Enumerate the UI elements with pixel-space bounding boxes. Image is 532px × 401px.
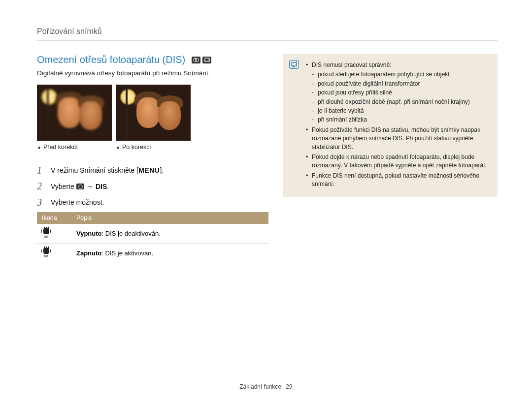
cell-icon: DIS [37, 243, 71, 263]
note-list: DIS nemusí pracovat správně: pokud sledu… [306, 61, 490, 188]
step-text: Vyberte → DIS. [51, 180, 109, 192]
note-sub-item: pokud používáte digitální transformátor [312, 80, 490, 88]
step-1-pre: V režimu Snímání stiskněte [ [51, 166, 138, 174]
page-number: 29 [286, 383, 292, 390]
note-info-icon [289, 60, 299, 69]
step-1: 1 V režimu Snímání stiskněte [MENU]. [37, 164, 268, 176]
step-2-pre: Vyberte [51, 183, 76, 190]
note-sub-item: pokud sledujete fotoaparátem pohybující … [312, 70, 490, 79]
footer-label: Základní funkce [239, 383, 281, 390]
step-num: 3 [37, 196, 51, 208]
note-lead: DIS nemusí pracovat správně: [312, 62, 391, 68]
note-lead-item: DIS nemusí pracovat správně: pokud sledu… [306, 61, 490, 124]
note-sublist: pokud sledujete fotoaparátem pohybující … [312, 70, 490, 124]
mode-icon-group [192, 57, 211, 63]
photo-after-block: Po korekci [116, 85, 191, 151]
content-columns: Omezení otřesů fotoaparátu (DIS) Digitál… [37, 54, 498, 263]
scene-icon [202, 57, 211, 63]
svg-point-1 [195, 59, 197, 61]
th-icon: Ikona [37, 212, 71, 224]
note-sub-item: při dlouhé expoziční době (např. při sní… [312, 98, 490, 106]
note-bullet: Pokud požíváte funkci DIS na stativu, mo… [306, 126, 490, 152]
note-sub-item: je-li baterie vybitá [312, 107, 490, 115]
camera-p-icon [192, 57, 200, 63]
svg-rect-2 [195, 58, 196, 59]
step-text: Vyberte možnost. [51, 196, 104, 208]
photo-comparison: Před korekcí Po korekci [37, 85, 268, 151]
page-footer: Základní funkce 29 [0, 383, 532, 390]
note-bullet: Funkce DIS není dostupná, pokud nastavít… [306, 172, 490, 189]
menu-key: MENU [138, 165, 160, 176]
step-num: 1 [37, 164, 51, 176]
table-row: OFF Vypnuto: DIS je deaktivován. [37, 224, 268, 244]
camera-icon [76, 184, 84, 189]
step-num: 2 [37, 180, 51, 192]
left-column: Omezení otřesů fotoaparátu (DIS) Digitál… [37, 54, 268, 263]
arrow-icon: → [84, 182, 96, 190]
note-box: DIS nemusí pracovat správně: pokud sledu… [283, 54, 498, 197]
section-title-row: Omezení otřesů fotoaparátu (DIS) [37, 54, 268, 65]
th-desc: Popis [71, 212, 268, 224]
steps-list: 1 V režimu Snímání stiskněte [MENU]. 2 V… [37, 164, 268, 208]
photo-before-block: Před korekcí [37, 85, 112, 151]
photo-after [116, 85, 191, 141]
step-3: 3 Vyberte možnost. [37, 196, 268, 208]
right-column: DIS nemusí pracovat správně: pokud sledu… [283, 54, 498, 263]
cell-desc: Zapnuto: DIS je aktivován. [71, 243, 268, 263]
opt-rest: : DIS je deaktivován. [102, 230, 161, 237]
step-2: 2 Vyberte → DIS. [37, 180, 268, 192]
step-2-target: DIS [96, 183, 107, 190]
step-1-post: ]. [160, 166, 164, 174]
dis-on-icon: DIS [42, 247, 53, 257]
photo-before-caption: Před korekcí [37, 144, 112, 151]
svg-rect-4 [205, 59, 209, 61]
photo-before [37, 85, 112, 141]
note-bullet: Pokud dojde k nárazu nebo spadnutí fotoa… [306, 153, 490, 170]
table-row: DIS Zapnuto: DIS je aktivován. [37, 243, 268, 263]
opt-name: Zapnuto [76, 249, 101, 257]
cell-icon: OFF [37, 224, 71, 244]
step-2-post: . [107, 183, 109, 190]
intro-text: Digitálně vyrovnává otřesy fotoaparátu p… [37, 69, 268, 77]
opt-name: Vypnuto [76, 230, 102, 237]
header-divider [37, 40, 498, 40]
cell-desc: Vypnuto: DIS je deaktivován. [71, 224, 268, 244]
note-sub-item: při snímání zblízka [312, 116, 490, 124]
options-table: Ikona Popis OFF Vypnuto: DIS je deaktivo… [37, 212, 268, 263]
dis-off-icon: OFF [42, 228, 53, 238]
photo-after-caption: Po korekci [116, 144, 191, 151]
section-title: Omezení otřesů fotoaparátu (DIS) [37, 54, 185, 65]
step-text: V režimu Snímání stiskněte [MENU]. [51, 164, 164, 176]
opt-rest: : DIS je aktivován. [101, 249, 153, 257]
breadcrumb: Pořizování snímků [37, 27, 498, 40]
note-sub-item: pokud jsou otřesy příliš silné [312, 89, 490, 97]
